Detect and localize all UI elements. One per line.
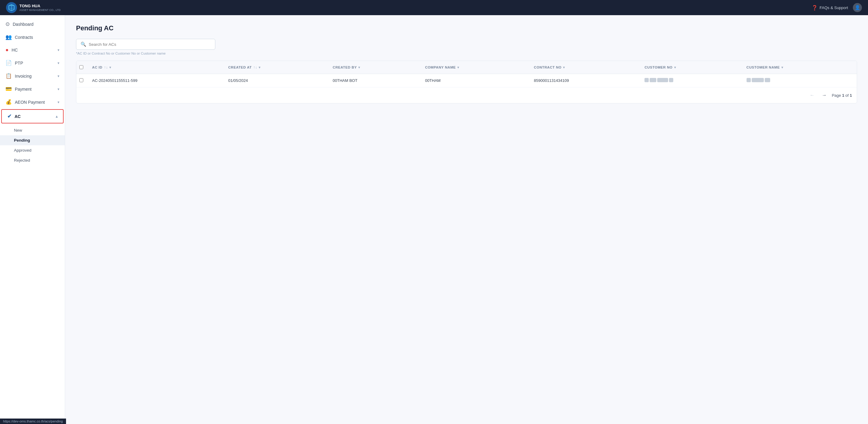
hc-chevron: ▾	[58, 48, 59, 52]
logo: TONG HUA ASSET MANAGEMENT CO., LTD	[6, 2, 61, 13]
sidebar-item-contracts[interactable]: 👥 Contracts	[0, 31, 65, 44]
customer-name-blurred	[747, 78, 770, 82]
cell-created-by: 00THAM BOT	[328, 74, 421, 87]
sidebar-sub-item-pending[interactable]: Pending	[0, 135, 65, 145]
faqs-button[interactable]: ❓ FAQs & Support	[812, 5, 848, 10]
customer-no-blurred	[645, 78, 673, 82]
pagination: ← → Page 1 of 1	[76, 87, 857, 103]
topnav: TONG HUA ASSET MANAGEMENT CO., LTD ❓ FAQ…	[0, 0, 868, 15]
dashboard-icon: ⊙	[5, 21, 10, 27]
invoicing-chevron: ▾	[58, 74, 59, 78]
col-contract-no: CONTRACT NO ▾	[529, 61, 640, 74]
contracts-icon: 👥	[5, 34, 12, 40]
sidebar-item-ac[interactable]: ✔ AC ▴	[1, 109, 64, 123]
created-by-filter-icon[interactable]: ▾	[358, 65, 361, 69]
col-customer-no: CUSTOMER NO ▾	[640, 61, 741, 74]
select-all-checkbox[interactable]	[79, 65, 83, 69]
cell-contract-no: 8590001131434109	[529, 74, 640, 87]
topnav-right: ❓ FAQs & Support 👤	[812, 3, 862, 12]
avatar-icon: 👤	[855, 5, 861, 10]
blur-block	[747, 78, 751, 82]
col-company-name: COMPANY NAME ▾	[420, 61, 529, 74]
sidebar-item-ptp[interactable]: 📄 PTP ▾	[0, 56, 65, 69]
blur-block	[645, 78, 649, 82]
question-icon: ❓	[812, 5, 818, 10]
logo-sub: ASSET MANAGEMENT CO., LTD	[20, 8, 61, 11]
table-row[interactable]: AC-20240501155511-599 01/05/2024 00THAM …	[76, 74, 857, 87]
aeon-payment-icon: 💰	[5, 99, 12, 105]
created-at-sort-icon[interactable]: ↑↓	[253, 65, 257, 69]
sidebar-item-payment[interactable]: 💳 Payment ▾	[0, 83, 65, 95]
company-name-filter-icon[interactable]: ▾	[457, 65, 460, 69]
hc-icon: ●	[5, 47, 8, 53]
select-all-cell	[76, 61, 87, 74]
search-hint: *AC ID or Contract No or Customer No or …	[76, 52, 857, 55]
sidebar-item-hc[interactable]: ● HC ▾	[0, 44, 65, 56]
ac-chevron: ▴	[56, 114, 58, 119]
row-checkbox-cell	[76, 74, 87, 87]
sidebar-item-aeon-payment[interactable]: 💰 AEON Payment ▾	[0, 95, 65, 109]
search-icon: 🔍	[81, 41, 86, 47]
search-bar-wrapper: 🔍	[76, 39, 857, 50]
invoicing-icon: 📋	[5, 73, 12, 79]
col-created-at: CREATED AT ↑↓ ▾	[223, 61, 328, 74]
search-bar: 🔍	[76, 39, 215, 50]
contract-no-filter-icon[interactable]: ▾	[563, 65, 565, 69]
sidebar: ⊙ Dashboard 👥 Contracts ● HC ▾ 📄 PTP ▾ 📋…	[0, 15, 65, 424]
ac-id-sort-icon[interactable]: ↑↓	[104, 65, 108, 69]
ptp-chevron: ▾	[58, 61, 59, 65]
blur-block	[752, 78, 764, 82]
created-at-filter-icon[interactable]: ▾	[259, 65, 261, 69]
aeon-payment-chevron: ▾	[58, 100, 59, 104]
ac-id-filter-icon[interactable]: ▾	[109, 65, 112, 69]
customer-no-filter-icon[interactable]: ▾	[674, 65, 676, 69]
page-title: Pending AC	[76, 24, 857, 32]
col-created-by: CREATED BY ▾	[328, 61, 421, 74]
ac-icon: ✔	[7, 113, 11, 119]
prev-page-button[interactable]: ←	[807, 92, 816, 99]
blur-block	[669, 78, 673, 82]
row-checkbox[interactable]	[79, 78, 83, 82]
cell-ac-id: AC-20240501155511-599	[87, 74, 223, 87]
cell-created-at: 01/05/2024	[223, 74, 328, 87]
col-ac-id: AC ID ↑↓ ▾	[87, 61, 223, 74]
pagination-label: Page 1 of 1	[832, 93, 852, 98]
ac-table: AC ID ↑↓ ▾ CREATED AT ↑↓ ▾	[76, 61, 857, 87]
table-wrapper: AC ID ↑↓ ▾ CREATED AT ↑↓ ▾	[76, 61, 857, 104]
ac-submenu: New Pending Approved Rejected	[0, 124, 65, 167]
blur-block	[765, 78, 770, 82]
table-body: AC-20240501155511-599 01/05/2024 00THAM …	[76, 74, 857, 87]
payment-icon: 💳	[5, 86, 12, 92]
sidebar-sub-item-rejected[interactable]: Rejected	[0, 155, 65, 165]
sidebar-sub-item-new[interactable]: New	[0, 125, 65, 135]
col-customer-name: CUSTOMER NAME ▾	[742, 61, 857, 74]
sidebar-item-invoicing[interactable]: 📋 Invoicing ▾	[0, 69, 65, 83]
cell-customer-name	[742, 74, 857, 87]
customer-name-filter-icon[interactable]: ▾	[781, 65, 783, 69]
statusbar: https://dev-oms.thamc.co.th/acs/pending	[0, 419, 66, 424]
layout: ⊙ Dashboard 👥 Contracts ● HC ▾ 📄 PTP ▾ 📋…	[0, 15, 868, 424]
sidebar-sub-item-approved[interactable]: Approved	[0, 145, 65, 155]
next-page-button[interactable]: →	[819, 92, 829, 99]
table-header: AC ID ↑↓ ▾ CREATED AT ↑↓ ▾	[76, 61, 857, 74]
logo-name: TONG HUA	[20, 4, 61, 8]
sidebar-item-dashboard[interactable]: ⊙ Dashboard	[0, 18, 65, 31]
cell-company-name: 00THAM	[420, 74, 529, 87]
blur-block	[650, 78, 656, 82]
user-avatar[interactable]: 👤	[853, 3, 862, 12]
ptp-icon: 📄	[5, 60, 12, 66]
payment-chevron: ▾	[58, 87, 59, 91]
logo-icon	[6, 2, 17, 13]
main-content: Pending AC 🔍 *AC ID or Contract No or Cu…	[65, 15, 868, 424]
blur-block	[657, 78, 668, 82]
search-input[interactable]	[89, 42, 211, 47]
cell-customer-no	[640, 74, 741, 87]
